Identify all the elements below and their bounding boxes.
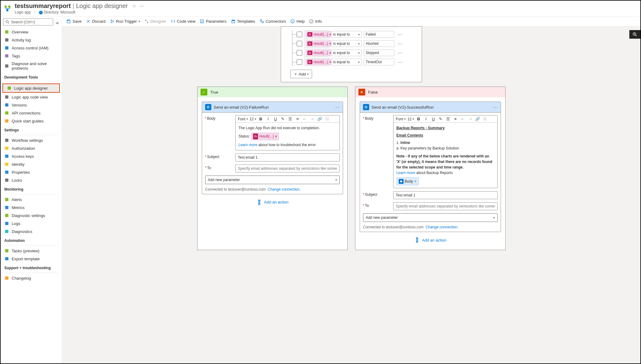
value-input[interactable]: TimedOut	[364, 59, 394, 65]
subject-input[interactable]: Test email 1	[235, 153, 340, 161]
search-input[interactable]: Search (Ctrl+/)	[3, 18, 53, 25]
nav-diagnose-and-solve-problems[interactable]: Diagnose and solve problems	[1, 60, 62, 72]
unlink-icon[interactable]: ⛓	[324, 117, 330, 121]
body-content[interactable]: The Logic App Run did not execute to com…	[236, 123, 339, 150]
row-checkbox[interactable]	[297, 50, 302, 56]
operand-token[interactable]: fxresult(...)×	[304, 58, 329, 66]
italic-button[interactable]: I	[265, 117, 271, 121]
row-more-icon[interactable]: ⋯	[396, 41, 404, 47]
operator-select[interactable]: is equal to▾	[331, 49, 362, 56]
indent-icon[interactable]: ⇥	[310, 117, 315, 121]
designer-canvas[interactable]: fxresult(...)×is equal to▾Failed⋯fxresul…	[62, 26, 640, 363]
add-param-dropdown[interactable]: Add new parameter▾	[205, 176, 340, 184]
nav-api-connections[interactable]: API connections	[1, 109, 62, 117]
true-branch-header[interactable]: ✓ True	[197, 87, 347, 97]
operator-select[interactable]: is equal to▾	[331, 31, 362, 38]
operand-token[interactable]: fxresult(...)×	[304, 30, 329, 38]
numbers-icon[interactable]: ≡	[453, 117, 458, 121]
row-checkbox[interactable]	[297, 32, 302, 37]
italic-button[interactable]: I	[423, 117, 429, 121]
code-view-button[interactable]: Code view	[171, 19, 196, 24]
body-editor[interactable]: Font ▾ 12 ▾ B I U ✎ ☰ ≡	[235, 115, 340, 150]
bold-button[interactable]: B	[416, 117, 421, 121]
bold-button[interactable]: B	[258, 117, 264, 121]
nav-changelog[interactable]: Changelog	[1, 274, 62, 282]
link-icon[interactable]: 🔗	[317, 117, 322, 121]
outdent-icon[interactable]: ⇤	[460, 117, 466, 121]
nav-tags[interactable]: Tags	[1, 52, 62, 60]
underline-button[interactable]: U	[431, 117, 436, 121]
operand-token[interactable]: fxresult(...)×	[304, 49, 329, 57]
nav-quick-start-guides[interactable]: Quick start guides	[1, 117, 62, 125]
nav-alerts[interactable]: Alerts	[1, 196, 62, 203]
row-checkbox[interactable]	[297, 41, 302, 46]
bullets-icon[interactable]: ☰	[445, 117, 451, 121]
to-input[interactable]	[235, 165, 340, 172]
underline-button[interactable]: U	[273, 117, 278, 121]
learn-more-link[interactable]: Learn more	[397, 171, 415, 175]
value-input[interactable]: Failed	[364, 31, 394, 38]
row-more-icon[interactable]: ⋯	[396, 50, 404, 56]
fontsize-select[interactable]: 12 ▾	[250, 117, 256, 121]
operand-token[interactable]: fxresult(...)×	[304, 40, 329, 48]
body-content[interactable]: Backup Reports - Summary Email Contents …	[393, 123, 497, 188]
value-input[interactable]: Aborted	[364, 40, 394, 47]
nav-tasks-preview-[interactable]: Tasks (preview)	[1, 247, 62, 255]
nav-metrics[interactable]: Metrics	[1, 203, 62, 211]
parameters-button[interactable]: θParameters	[200, 19, 226, 24]
nav-access-control-iam-[interactable]: Access control (IAM)	[1, 44, 62, 52]
connectors-button[interactable]: Connectors	[260, 19, 286, 24]
sidebar-collapse-icon[interactable]: ≪	[56, 21, 62, 25]
nav-diagnostic-settings[interactable]: Diagnostic settings	[1, 211, 62, 219]
row-checkbox[interactable]	[297, 59, 302, 65]
nav-identity[interactable]: Identity	[1, 160, 62, 168]
nav-authorization[interactable]: Authorization	[1, 144, 62, 152]
action-header[interactable]: O Send an email (V2)-FailureRun ⋯	[202, 102, 343, 113]
value-input[interactable]: Skipped	[364, 49, 394, 56]
nav-properties[interactable]: Properties	[1, 168, 62, 176]
subject-input[interactable]: Test email 1	[393, 191, 498, 199]
add-row-button[interactable]: ＋ Add ▾	[290, 70, 312, 78]
add-action-button[interactable]: Add an action	[202, 194, 343, 208]
outdent-icon[interactable]: ⇤	[302, 117, 308, 121]
bullets-icon[interactable]: ☰	[287, 117, 293, 121]
pencil-icon[interactable]: ✎	[280, 117, 286, 121]
indent-icon[interactable]: ⇥	[467, 117, 473, 121]
nav-diagnostics[interactable]: Diagnostics	[1, 227, 62, 235]
action-more-icon[interactable]: ⋯	[335, 105, 340, 110]
discard-button[interactable]: Discard	[86, 19, 106, 24]
nav-access-keys[interactable]: Access keys	[1, 152, 62, 160]
templates-button[interactable]: Templates	[231, 19, 255, 24]
save-button[interactable]: Save	[66, 19, 82, 24]
operator-select[interactable]: is equal to▾	[331, 59, 362, 65]
learn-more-link[interactable]: Learn more	[239, 143, 257, 147]
nav-workflow-settings[interactable]: Workflow settings	[1, 136, 62, 144]
favorite-icon[interactable]: ☆	[132, 4, 136, 8]
add-param-dropdown[interactable]: Add new parameter▾	[363, 213, 498, 222]
action-more-icon[interactable]: ⋯	[493, 105, 498, 110]
font-select[interactable]: Font ▾	[238, 117, 248, 121]
body-token[interactable]: Body×	[397, 177, 419, 185]
zoom-button[interactable]	[629, 30, 640, 39]
nav-versions[interactable]: Versions	[1, 101, 62, 109]
false-branch-header[interactable]: ✕ False	[355, 87, 505, 97]
nav-export-template[interactable]: Export template	[1, 255, 62, 263]
nav-overview[interactable]: Overview	[1, 28, 62, 36]
change-connection-link[interactable]: Change connection.	[268, 187, 301, 192]
run-trigger-button[interactable]: Run Trigger▾	[110, 19, 140, 24]
row-more-icon[interactable]: ⋯	[396, 59, 404, 65]
font-select[interactable]: Font ▾	[396, 117, 406, 121]
nav-activity-log[interactable]: Activity log	[1, 36, 62, 44]
more-icon[interactable]: ⋯	[140, 4, 144, 8]
body-editor[interactable]: Font ▾ 12 ▾ B I U ✎ ☰ ≡	[393, 115, 498, 188]
nav-locks[interactable]: Locks	[1, 176, 62, 184]
designer-button[interactable]: Designer	[144, 19, 166, 24]
add-action-button[interactable]: Add an action	[360, 232, 501, 246]
change-connection-link[interactable]: Change connection.	[426, 225, 459, 229]
nav-logs[interactable]: Logs	[1, 219, 62, 227]
unlink-icon[interactable]: ⛓	[482, 117, 488, 121]
action-header[interactable]: O Send an email (V2)-SuccessfulRun ⋯	[360, 102, 501, 113]
numbers-icon[interactable]: ≡	[295, 117, 300, 121]
info-button[interactable]: iInfo	[309, 19, 322, 24]
to-input[interactable]	[393, 202, 498, 210]
